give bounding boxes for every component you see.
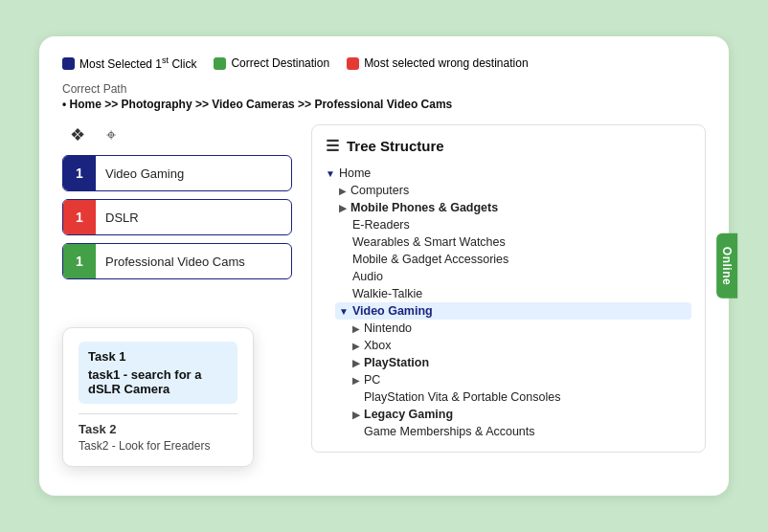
cursor-icon: ❖ bbox=[70, 124, 85, 145]
correct-path-value: • Home >> Photography >> Video Cameras >… bbox=[62, 98, 706, 111]
icons-row: ❖ ⌖ bbox=[70, 124, 292, 145]
tree-icon: ☰ bbox=[326, 137, 339, 155]
legend-dot-green bbox=[214, 57, 226, 70]
legend: Most Selected 1st Click Correct Destinat… bbox=[62, 55, 706, 71]
legend-item-correct-dest: Correct Destination bbox=[214, 56, 329, 70]
tree-header: ☰ Tree Structure bbox=[326, 137, 691, 155]
arrow-nintendo: ▶ bbox=[352, 323, 360, 334]
tree-node-game-memberships[interactable]: Game Memberships & Accounts bbox=[364, 423, 691, 440]
task1-description: task1 - search for a dSLR Camera bbox=[88, 367, 228, 396]
tree-node-legacy-gaming[interactable]: ▶ Legacy Gaming bbox=[352, 406, 691, 423]
arrow-pc: ▶ bbox=[352, 375, 360, 386]
legend-dot-blue bbox=[62, 57, 75, 70]
task-popup: Task 1 task1 - search for a dSLR Camera … bbox=[62, 327, 254, 467]
tree-label-mobile: Mobile Phones & Gadgets bbox=[350, 201, 498, 214]
label-video-gaming: Video Gaming bbox=[96, 166, 291, 181]
tree-node-wearables[interactable]: Wearables & Smart Watches bbox=[352, 233, 691, 251]
tree-node-ps-vita[interactable]: PlayStation Vita & Portable Consoles bbox=[364, 388, 691, 406]
target-icon: ⌖ bbox=[106, 125, 116, 145]
tree-label-walkie-talkie: Walkie-Talkie bbox=[352, 287, 422, 300]
tree-label-legacy-gaming: Legacy Gaming bbox=[364, 408, 453, 421]
legend-label-correct-dest: Correct Destination bbox=[231, 56, 329, 70]
tree-node-home[interactable]: ▼ Home bbox=[326, 165, 691, 182]
arrow-legacy-gaming: ▶ bbox=[352, 410, 360, 420]
legend-item-wrong-dest: Most selected wrong destination bbox=[347, 56, 528, 70]
tree-node-pc[interactable]: ▶ PC bbox=[352, 371, 691, 388]
tree-node-playstation[interactable]: ▶ PlayStation bbox=[352, 354, 691, 371]
online-tab[interactable]: Online bbox=[716, 233, 737, 299]
click-item-dslr[interactable]: 1 DSLR bbox=[62, 199, 292, 235]
arrow-computers: ▶ bbox=[339, 186, 347, 196]
path-text: Home >> Photography >> Video Cameras >> … bbox=[70, 98, 453, 111]
task-other-section: Task 2 Task2 - Look for Ereaders bbox=[79, 422, 237, 453]
tree-label-video-gaming: Video Gaming bbox=[352, 304, 433, 318]
tree-label-xbox: Xbox bbox=[364, 339, 392, 352]
tree-node-nintendo[interactable]: ▶ Nintendo bbox=[352, 320, 691, 337]
tree-label-nintendo: Nintendo bbox=[364, 321, 412, 335]
legend-label-most-selected: Most Selected 1st Click bbox=[79, 55, 196, 71]
tree-label-computers: Computers bbox=[350, 184, 409, 197]
tree-node-video-gaming[interactable]: ▼ Video Gaming bbox=[335, 302, 691, 320]
task-active-section: Task 1 task1 - search for a dSLR Camera bbox=[79, 342, 237, 404]
label-dslr: DSLR bbox=[96, 211, 291, 225]
arrow-video-gaming: ▼ bbox=[339, 306, 349, 317]
tree-node-audio[interactable]: Audio bbox=[352, 268, 691, 285]
tree-label-ps-vita: PlayStation Vita & Portable Consoles bbox=[364, 390, 560, 404]
correct-path-label: Correct Path bbox=[62, 82, 706, 96]
task2-title: Task 2 bbox=[79, 422, 237, 436]
click-item-professional-video-cams[interactable]: 1 Professional Video Cams bbox=[62, 243, 292, 279]
task1-title: Task 1 bbox=[88, 349, 228, 364]
tree-label-pc: PC bbox=[364, 373, 380, 387]
task-divider bbox=[79, 413, 237, 414]
arrow-playstation: ▶ bbox=[352, 358, 360, 368]
arrow-mobile: ▶ bbox=[339, 203, 347, 213]
path-bullet: • bbox=[62, 98, 66, 111]
tree-node-walkie-talkie[interactable]: Walkie-Talkie bbox=[352, 285, 691, 302]
label-professional-video-cams: Professional Video Cams bbox=[96, 255, 291, 269]
badge-video-gaming: 1 bbox=[63, 156, 96, 190]
tree-node-gadget-acc[interactable]: Mobile & Gadget Accessories bbox=[352, 251, 691, 268]
tree-node-mobile[interactable]: ▶ Mobile Phones & Gadgets bbox=[339, 199, 691, 216]
tree-label-wearables: Wearables & Smart Watches bbox=[352, 235, 506, 249]
main-card: Most Selected 1st Click Correct Destinat… bbox=[39, 36, 729, 496]
legend-label-wrong-dest: Most selected wrong destination bbox=[364, 56, 528, 70]
left-panel: ❖ ⌖ 1 Video Gaming 1 DSLR 1 Professional… bbox=[62, 124, 292, 453]
tree-label-playstation: PlayStation bbox=[364, 356, 429, 369]
tree-scroll[interactable]: ▼ Home ▶ Computers ▶ Mobile Phones & Gad… bbox=[326, 165, 691, 440]
badge-dslr: 1 bbox=[63, 200, 96, 234]
legend-dot-red bbox=[347, 57, 359, 70]
tree-label-home: Home bbox=[339, 166, 371, 180]
tree-label-game-memberships: Game Memberships & Accounts bbox=[364, 425, 535, 438]
arrow-xbox: ▶ bbox=[352, 341, 360, 351]
right-panel: ☰ Tree Structure ▼ Home ▶ Computers ▶ Mo… bbox=[311, 124, 706, 453]
correct-path-section: Correct Path • Home >> Photography >> Vi… bbox=[62, 82, 706, 111]
tree-node-computers[interactable]: ▶ Computers bbox=[339, 182, 691, 199]
arrow-home: ▼ bbox=[326, 168, 335, 179]
content-area: ❖ ⌖ 1 Video Gaming 1 DSLR 1 Professional… bbox=[62, 124, 706, 453]
click-item-video-gaming[interactable]: 1 Video Gaming bbox=[62, 155, 292, 191]
badge-professional-video-cams: 1 bbox=[63, 244, 96, 278]
tree-node-xbox[interactable]: ▶ Xbox bbox=[352, 337, 691, 354]
tree-label-gadget-acc: Mobile & Gadget Accessories bbox=[352, 253, 508, 266]
tree-label-audio: Audio bbox=[352, 270, 383, 283]
tree-title: Tree Structure bbox=[347, 138, 444, 154]
tree-node-ereaders[interactable]: E-Readers bbox=[352, 216, 691, 233]
tree-label-ereaders: E-Readers bbox=[352, 218, 410, 232]
task2-description: Task2 - Look for Ereaders bbox=[79, 439, 237, 453]
legend-item-most-selected: Most Selected 1st Click bbox=[62, 55, 196, 71]
